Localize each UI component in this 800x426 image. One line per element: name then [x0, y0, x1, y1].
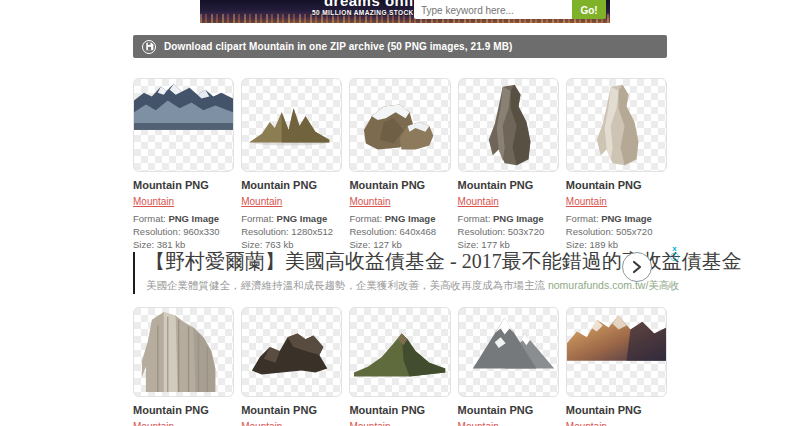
- adchoices-info-icon[interactable]: ⓘ: [670, 253, 679, 262]
- image-card: Mountain PNG Mountain: [349, 307, 450, 426]
- mountain-thumbnail-4[interactable]: [458, 78, 559, 172]
- mountain-thumbnail-1[interactable]: [133, 78, 234, 172]
- mountain-thumbnail-7[interactable]: [241, 307, 342, 397]
- text-ad: 【野村愛爾蘭】美國高收益債基金 - 2017最不能錯過的高收益債基金 美國企業體…: [133, 248, 678, 302]
- mountain-thumbnail-6[interactable]: [133, 307, 234, 397]
- image-card: Mountain PNG Mountain: [566, 307, 667, 426]
- image-title: Mountain PNG: [241, 179, 342, 191]
- mountain-thumbnail-3[interactable]: [349, 78, 450, 172]
- image-card: Mountain PNG Mountain Format: PNG Image …: [133, 78, 234, 251]
- search-input[interactable]: [414, 0, 572, 19]
- image-card: Mountain PNG Mountain: [133, 307, 234, 426]
- category-link[interactable]: Mountain: [458, 196, 499, 207]
- mountain-thumbnail-9[interactable]: [458, 307, 559, 397]
- search-go-button[interactable]: Go!: [572, 0, 606, 19]
- ad-left-rule: [133, 252, 135, 294]
- category-link[interactable]: Mountain: [241, 196, 282, 207]
- image-title: Mountain PNG: [133, 179, 234, 191]
- download-disk-icon: [142, 40, 156, 54]
- image-title: Mountain PNG: [133, 404, 234, 416]
- category-link[interactable]: Mountain: [349, 421, 390, 426]
- category-link[interactable]: Mountain: [566, 421, 607, 426]
- image-card: Mountain PNG Mountain: [241, 307, 342, 426]
- mountain-thumbnail-2[interactable]: [241, 78, 342, 172]
- category-link[interactable]: Mountain: [241, 421, 282, 426]
- chevron-right-icon: [631, 260, 643, 274]
- zip-download-bar[interactable]: Download clipart Mountain in one ZIP arc…: [133, 35, 667, 58]
- image-meta: Format: PNG Image Resolution: 960x330 Si…: [133, 212, 234, 251]
- image-card: Mountain PNG Mountain: [458, 307, 559, 426]
- mountain-thumbnail-10[interactable]: [566, 307, 667, 397]
- image-card: Mountain PNG Mountain Format: PNG Image …: [458, 78, 559, 251]
- image-title: Mountain PNG: [349, 179, 450, 191]
- ad-description: 美國企業體質健全，經濟維持溫和成長趨勢，企業獲利改善，美高收再度成為市場主流 n…: [146, 279, 680, 293]
- top-banner-ad[interactable]: dreams online 50 MILLION AMAZING STOCK I…: [200, 0, 610, 23]
- image-title: Mountain PNG: [458, 179, 559, 191]
- mountain-thumbnail-8[interactable]: [349, 307, 450, 397]
- ad-next-arrow-button[interactable]: [622, 252, 652, 282]
- ad-display-url: nomurafunds.com.tw/美高收: [548, 279, 680, 291]
- category-link[interactable]: Mountain: [566, 196, 607, 207]
- category-link[interactable]: Mountain: [133, 421, 174, 426]
- image-title: Mountain PNG: [241, 404, 342, 416]
- image-meta: Format: PNG Image Resolution: 505x720 Si…: [566, 212, 667, 251]
- image-meta: Format: PNG Image Resolution: 640x468 Si…: [349, 212, 450, 251]
- image-title: Mountain PNG: [458, 404, 559, 416]
- image-title: Mountain PNG: [566, 404, 667, 416]
- image-meta: Format: PNG Image Resolution: 503x720 Si…: [458, 212, 559, 251]
- image-card: Mountain PNG Mountain Format: PNG Image …: [241, 78, 342, 251]
- zip-download-text: Download clipart Mountain in one ZIP arc…: [164, 41, 512, 52]
- image-meta: Format: PNG Image Resolution: 1280x512 S…: [241, 212, 342, 251]
- image-title: Mountain PNG: [566, 179, 667, 191]
- image-title: Mountain PNG: [349, 404, 450, 416]
- image-card: Mountain PNG Mountain Format: PNG Image …: [566, 78, 667, 251]
- category-link[interactable]: Mountain: [133, 196, 174, 207]
- category-link[interactable]: Mountain: [458, 421, 499, 426]
- mountain-thumbnail-5[interactable]: [566, 78, 667, 172]
- image-card: Mountain PNG Mountain Format: PNG Image …: [349, 78, 450, 251]
- category-link[interactable]: Mountain: [349, 196, 390, 207]
- ad-headline-link[interactable]: 【野村愛爾蘭】美國高收益債基金 - 2017最不能錯過的高收益債基金: [145, 248, 742, 275]
